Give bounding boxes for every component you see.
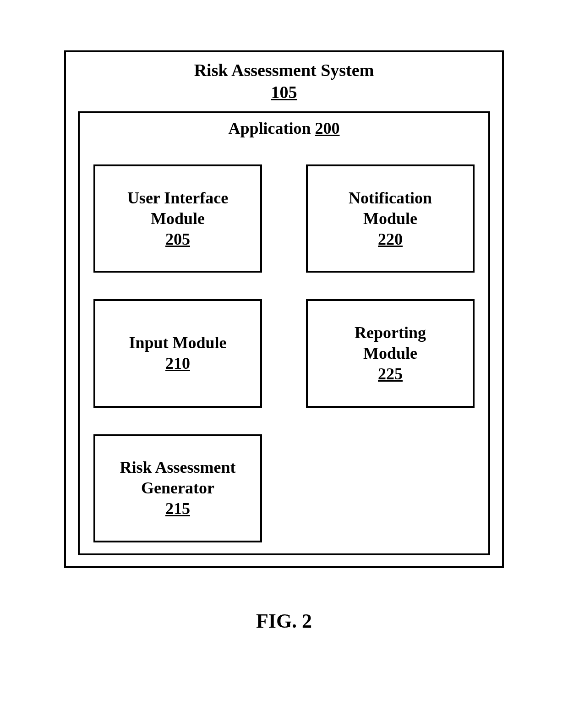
module-grid: User Interface Module 205 Notification M…: [93, 164, 475, 542]
input-module-box: Input Module 210: [93, 299, 262, 407]
input-module-ref: 210: [165, 354, 190, 372]
empty-grid-cell: [306, 434, 475, 542]
application-title-text: Application: [228, 119, 311, 137]
notification-module-box: Notification Module 220: [306, 164, 475, 273]
reporting-module-line2: Module: [363, 344, 417, 362]
reporting-module-box: Reporting Module 225: [306, 299, 475, 407]
notification-module-line2: Module: [363, 209, 417, 228]
ui-module-line1: User Interface: [127, 189, 228, 207]
generator-module-line1: Risk Assessment: [120, 458, 235, 476]
user-interface-module-box: User Interface Module 205: [93, 164, 262, 273]
ui-module-ref: 205: [165, 230, 190, 248]
generator-module-ref: 215: [165, 499, 190, 518]
input-module-line1: Input Module: [129, 334, 226, 352]
application-title: Application 200: [93, 119, 475, 138]
figure-caption: FIG. 2: [256, 609, 312, 633]
application-ref: 200: [315, 119, 340, 137]
reporting-module-ref: 225: [378, 365, 403, 383]
application-box: Application 200 User Interface Module 20…: [78, 111, 490, 555]
risk-assessment-generator-box: Risk Assessment Generator 215: [93, 434, 262, 542]
notification-module-ref: 220: [378, 230, 403, 248]
notification-module-line1: Notification: [349, 189, 432, 207]
reporting-module-line1: Reporting: [355, 323, 426, 342]
generator-module-line2: Generator: [141, 479, 214, 497]
system-title-text: Risk Assessment System: [194, 60, 374, 80]
risk-assessment-system-box: Risk Assessment System 105 Application 2…: [64, 50, 504, 568]
system-ref: 105: [271, 82, 297, 102]
system-title: Risk Assessment System 105: [78, 60, 490, 103]
ui-module-line2: Module: [151, 209, 205, 228]
